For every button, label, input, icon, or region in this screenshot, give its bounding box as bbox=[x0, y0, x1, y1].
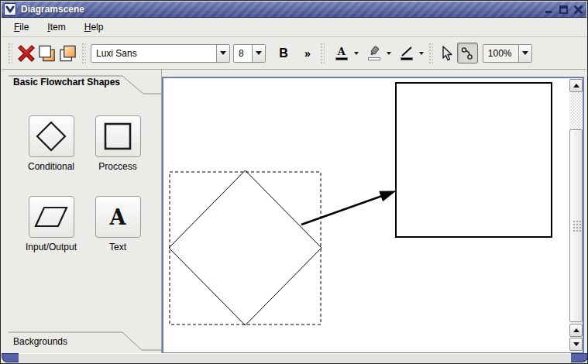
arrow-up-icon bbox=[573, 328, 579, 332]
scroll-up-button[interactable] bbox=[569, 79, 583, 92]
selection-rect[interactable] bbox=[170, 172, 321, 325]
shape-cell-conditional: Conditional bbox=[21, 115, 81, 172]
zoom-combo[interactable]: 100% bbox=[483, 44, 532, 63]
send-to-back-button[interactable] bbox=[57, 43, 78, 64]
chevron-down-icon bbox=[419, 52, 424, 55]
fill-color-group bbox=[365, 44, 393, 63]
chevron-down-icon bbox=[354, 52, 359, 55]
bring-to-front-button[interactable] bbox=[36, 43, 57, 64]
toolbar-separator bbox=[320, 43, 325, 64]
square-icon bbox=[101, 120, 134, 153]
titlebar[interactable]: Diagramscene bbox=[2, 2, 586, 18]
fill-color-button[interactable] bbox=[365, 44, 383, 63]
shape-label: Proccess bbox=[88, 161, 148, 172]
shape-label: Input/Output bbox=[21, 242, 81, 252]
shape-cell-process: Proccess bbox=[88, 115, 148, 172]
scrollbar-grip-dots bbox=[573, 220, 581, 232]
letter-a-icon: A bbox=[110, 205, 126, 229]
send-to-back-icon bbox=[58, 43, 77, 64]
canvas-frame bbox=[162, 77, 584, 354]
shape-label: Text bbox=[88, 242, 148, 252]
font-family-value: Luxi Sans bbox=[91, 45, 216, 62]
fill-color-dropdown[interactable] bbox=[385, 44, 393, 63]
diagram-rect-item[interactable] bbox=[396, 83, 552, 237]
line-color-group bbox=[397, 44, 425, 63]
font-color-icon: A bbox=[338, 46, 346, 57]
font-color-swatch bbox=[335, 57, 348, 60]
bold-button[interactable]: B bbox=[273, 43, 294, 64]
window-corner-left bbox=[2, 353, 19, 362]
bring-to-front-icon bbox=[37, 43, 57, 64]
maximize-button[interactable] bbox=[557, 3, 569, 15]
connector-icon bbox=[459, 46, 475, 61]
zoom-dropdown-button[interactable] bbox=[518, 45, 531, 62]
font-family-combo[interactable]: Luxi Sans bbox=[91, 44, 230, 63]
arrow-up-icon bbox=[573, 84, 579, 88]
diagram-arrow-line[interactable] bbox=[301, 195, 384, 225]
shape-label: Conditional bbox=[21, 161, 81, 172]
chevron-down-icon bbox=[220, 51, 226, 55]
text-shape-button[interactable]: A bbox=[95, 196, 141, 238]
process-shape-button[interactable] bbox=[95, 115, 141, 157]
toolbar-handle[interactable] bbox=[81, 43, 86, 64]
diamond-icon bbox=[35, 120, 67, 153]
vertical-scrollbar[interactable] bbox=[569, 78, 583, 352]
window-bottom-frame bbox=[2, 353, 588, 362]
fill-bucket-icon bbox=[368, 46, 380, 57]
shape-cell-io: Input/Output bbox=[21, 196, 81, 252]
diagram-arrow-head[interactable] bbox=[380, 191, 395, 201]
line-color-swatch bbox=[401, 57, 413, 60]
menu-item[interactable]: Item bbox=[41, 19, 71, 35]
fill-color-swatch bbox=[368, 57, 380, 60]
scrollbar-thumb[interactable] bbox=[569, 129, 583, 322]
parallelogram-icon bbox=[34, 202, 68, 232]
scroll-down-button[interactable] bbox=[569, 338, 583, 351]
close-button[interactable] bbox=[572, 3, 584, 15]
window-menu-icon[interactable] bbox=[4, 3, 16, 15]
toolbox-panel: Basic Flowchart Shapes Conditional Procc… bbox=[2, 70, 162, 355]
toolbar-separator bbox=[428, 43, 433, 64]
arrow-down-icon bbox=[573, 342, 579, 346]
scroll-up-button-bottom[interactable] bbox=[569, 324, 583, 337]
font-color-group: A bbox=[332, 44, 360, 63]
pointer-icon bbox=[438, 45, 454, 62]
delete-button[interactable] bbox=[15, 43, 36, 64]
toolbar-handle[interactable] bbox=[8, 43, 12, 64]
app-window: Diagramscene File Item Help bbox=[0, 0, 588, 364]
font-size-value: 8 bbox=[234, 45, 252, 62]
toolbar: Luxi Sans 8 B » A bbox=[2, 37, 586, 70]
input-output-shape-button[interactable] bbox=[29, 196, 74, 238]
chevron-down-icon bbox=[387, 52, 391, 55]
menu-file[interactable]: File bbox=[8, 19, 35, 35]
font-color-dropdown[interactable] bbox=[352, 44, 360, 63]
font-size-combo[interactable]: 8 bbox=[233, 44, 266, 63]
line-color-dropdown[interactable] bbox=[418, 44, 425, 63]
font-family-dropdown-button[interactable] bbox=[216, 45, 229, 62]
chevron-down-icon bbox=[522, 51, 528, 55]
toolbar-overflow-button[interactable]: » bbox=[304, 47, 311, 60]
delete-icon bbox=[17, 44, 36, 63]
toolbox-section-flowchart[interactable]: Basic Flowchart Shapes bbox=[13, 77, 120, 88]
font-size-dropdown-button[interactable] bbox=[252, 45, 265, 62]
diagram-scene-svg[interactable] bbox=[163, 78, 569, 352]
line-mode-button[interactable] bbox=[457, 43, 478, 64]
font-color-button[interactable]: A bbox=[332, 44, 351, 63]
shape-cell-text: A Text bbox=[88, 196, 148, 252]
window-corner-right bbox=[571, 353, 588, 362]
line-icon bbox=[401, 46, 413, 57]
toolbox-section-backgrounds[interactable]: Backgrounds bbox=[13, 336, 67, 347]
diagram-canvas[interactable] bbox=[163, 78, 569, 352]
pointer-mode-button[interactable] bbox=[436, 43, 457, 64]
minimize-button[interactable] bbox=[542, 3, 555, 15]
menu-help[interactable]: Help bbox=[78, 19, 110, 35]
window-title: Diagramscene bbox=[21, 4, 542, 15]
chevron-down-icon bbox=[256, 51, 262, 55]
line-color-button[interactable] bbox=[397, 44, 416, 63]
diagram-diamond-item[interactable] bbox=[169, 170, 322, 325]
zoom-value: 100% bbox=[483, 45, 518, 62]
conditional-shape-button[interactable] bbox=[29, 115, 74, 157]
menubar: File Item Help bbox=[2, 18, 586, 37]
